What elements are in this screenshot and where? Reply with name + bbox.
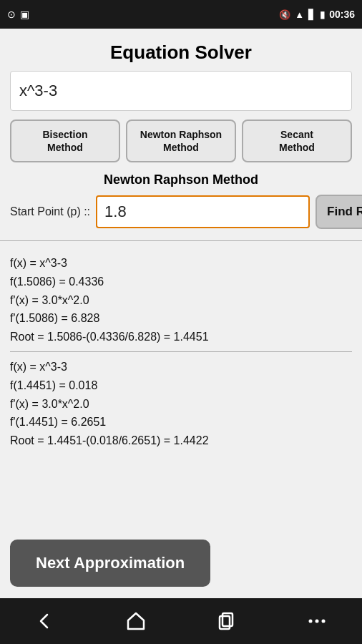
result-line: Root = 1.4451-(0.018/6.2651) = 1.4422	[10, 431, 352, 450]
status-right-icons: 🔇 ▲ ▋ ▮ 00:36	[279, 9, 355, 20]
secant-method-button[interactable]: SecantMethod	[242, 119, 352, 162]
mute-icon: 🔇	[279, 9, 290, 20]
result-block-1: f(x) = x^3-3 f(1.5086) = 0.4336 f'(x) = …	[10, 248, 352, 352]
svg-point-5	[321, 620, 325, 623]
svg-rect-1	[220, 616, 230, 629]
status-left-icons: ⊙ ▣	[7, 9, 29, 20]
svg-rect-2	[222, 613, 233, 626]
result-line: f(x) = x^3-3	[10, 254, 352, 273]
next-approx-container: Next Approximation	[0, 530, 362, 598]
divider-top	[0, 240, 362, 241]
result-line: f(1.5086) = 0.4336	[10, 273, 352, 291]
result-line: Root = 1.5086-(0.4336/6.828) = 1.4451	[10, 328, 352, 346]
back-button[interactable]	[34, 610, 56, 632]
clock: 00:36	[329, 9, 355, 20]
result-block-2: f(x) = x^3-3 f(1.4451) = 0.018 f'(x) = 3…	[10, 352, 352, 455]
battery-icon: ▮	[320, 9, 325, 20]
bottom-nav	[0, 598, 362, 644]
start-point-input[interactable]	[96, 195, 310, 228]
image-icon: ▣	[20, 9, 29, 20]
main-content: Equation Solver BisectionMethod Newton R…	[0, 29, 362, 598]
equation-container	[10, 71, 352, 111]
page-title: Equation Solver	[0, 29, 362, 71]
start-point-row: Start Point (p) :: Find Root	[10, 195, 352, 229]
notification-icon: ⊙	[7, 9, 16, 20]
newton-raphson-method-button[interactable]: Newton RaphsonMethod	[126, 119, 236, 162]
svg-point-3	[308, 620, 312, 623]
home-button[interactable]	[125, 610, 147, 632]
find-root-button[interactable]: Find Root	[315, 195, 362, 229]
bisection-method-button[interactable]: BisectionMethod	[10, 119, 120, 162]
selected-method-label: Newton Raphson Method	[0, 172, 362, 187]
signal-icon: ▋	[308, 9, 315, 20]
results-area: f(x) = x^3-3 f(1.5086) = 0.4336 f'(x) = …	[0, 245, 362, 530]
method-buttons: BisectionMethod Newton RaphsonMethod Sec…	[10, 119, 352, 162]
result-line: f'(1.5086) = 6.828	[10, 309, 352, 328]
more-button[interactable]	[306, 610, 328, 632]
start-point-label: Start Point (p) ::	[10, 205, 90, 218]
result-line: f(1.4451) = 0.018	[10, 376, 352, 395]
next-approximation-button[interactable]: Next Approximation	[10, 540, 210, 587]
svg-marker-0	[128, 613, 144, 629]
wifi-icon: ▲	[295, 9, 304, 20]
recents-button[interactable]	[215, 610, 237, 632]
equation-input[interactable]	[19, 82, 343, 100]
result-line: f'(1.4451) = 6.2651	[10, 413, 352, 431]
result-line: f'(x) = 3.0*x^2.0	[10, 395, 352, 414]
svg-point-4	[315, 620, 318, 623]
result-line: f(x) = x^3-3	[10, 358, 352, 376]
status-bar: ⊙ ▣ 🔇 ▲ ▋ ▮ 00:36	[0, 0, 362, 29]
result-line: f'(x) = 3.0*x^2.0	[10, 291, 352, 310]
